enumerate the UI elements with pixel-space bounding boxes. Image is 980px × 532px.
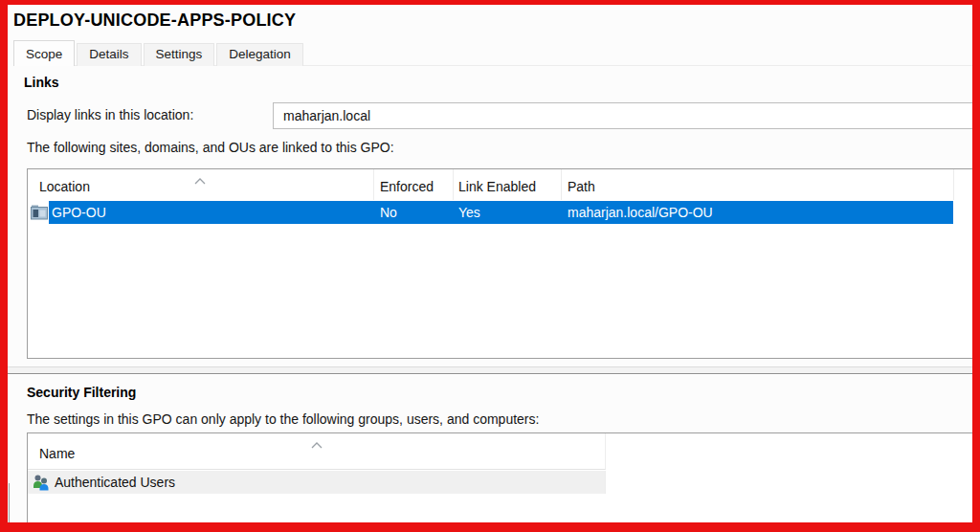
cell-location: GPO-OU (52, 201, 106, 224)
links-section-heading: Links (24, 75, 59, 90)
column-header-name: Name (39, 446, 75, 461)
window-edge-line (9, 483, 10, 522)
cell-path: maharjan.local/GPO-OU (568, 201, 713, 224)
table-row[interactable]: GPO-OU No Yes maharjan.local/GPO-OU (28, 201, 972, 224)
pane-splitter[interactable] (8, 366, 972, 374)
security-filtering-table: Name Authenticated Users (27, 432, 972, 522)
links-table: Location Enforced Link Enabled Path GPO-… (27, 168, 972, 359)
column-header-location[interactable]: Location (39, 179, 90, 194)
row-selection-highlight (49, 201, 953, 224)
gpo-scope-pane: DEPLOY-UNICODE-APPS-POLICY Scope Details… (8, 5, 972, 522)
page-title: DEPLOY-UNICODE-APPS-POLICY (13, 11, 296, 31)
column-header-enforced[interactable]: Enforced (380, 179, 434, 194)
column-separator (953, 169, 954, 200)
users-group-icon (32, 474, 51, 495)
display-links-label: Display links in this location: (27, 107, 193, 122)
annotation-frame: DEPLOY-UNICODE-APPS-POLICY Scope Details… (0, 0, 980, 532)
security-filtering-heading: Security Filtering (27, 385, 136, 400)
tab-bar: Scope Details Settings Delegation (13, 40, 305, 66)
column-separator (561, 169, 562, 200)
security-filtering-description: The settings in this GPO can only apply … (27, 411, 539, 427)
column-separator (453, 169, 454, 200)
cell-name: Authenticated Users (55, 471, 175, 494)
column-header-path[interactable]: Path (568, 179, 595, 194)
table-row[interactable]: Authenticated Users (28, 471, 606, 494)
links-description: The following sites, domains, and OUs ar… (27, 140, 394, 155)
location-combobox[interactable]: maharjan.local (273, 102, 972, 129)
column-separator (373, 169, 374, 200)
column-header-link-enabled[interactable]: Link Enabled (458, 179, 536, 194)
tab-settings[interactable]: Settings (144, 43, 215, 66)
cell-enforced: No (380, 201, 397, 224)
ou-folder-icon (31, 204, 48, 224)
tab-scope[interactable]: Scope (13, 40, 75, 66)
sort-ascending-icon (194, 171, 206, 188)
tab-details[interactable]: Details (77, 43, 141, 66)
column-header-name-cell[interactable]: Name (28, 433, 606, 470)
tab-delegation[interactable]: Delegation (216, 43, 303, 66)
cell-link-enabled: Yes (458, 201, 480, 224)
sort-ascending-icon (311, 435, 323, 453)
